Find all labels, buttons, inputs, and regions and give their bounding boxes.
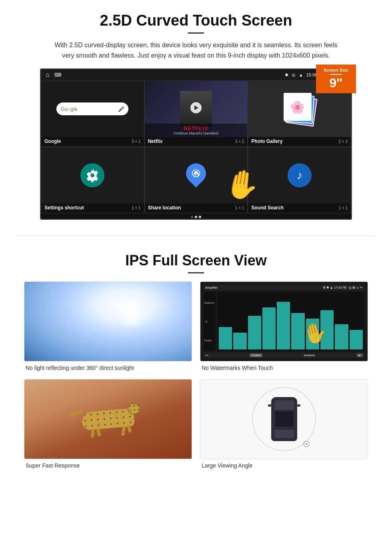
amp-title: Amplifier bbox=[205, 286, 218, 289]
netflix-cell-inner: NETFLIX Continue Marvel's Daredevil bbox=[145, 81, 248, 137]
photo-card-front: 🌸 bbox=[284, 93, 312, 121]
sound-label-name: Sound Search bbox=[251, 205, 284, 211]
sound-icon-circle: ♪ bbox=[288, 163, 312, 187]
car-image: ● bbox=[200, 379, 368, 459]
mirror-right bbox=[296, 404, 300, 407]
dot-1 bbox=[191, 216, 193, 218]
netflix-label-size: 3 × 2 bbox=[235, 139, 244, 144]
pagination-dots bbox=[41, 215, 351, 219]
section1-title: 2.5D Curved Touch Screen bbox=[24, 12, 368, 29]
car-roof bbox=[275, 411, 293, 427]
app-cell-settings[interactable]: Settings shortcut 1 × 1 bbox=[41, 147, 144, 213]
eq-bar-1 bbox=[219, 327, 232, 349]
settings-cell-bg bbox=[41, 147, 144, 203]
cheetah-image bbox=[24, 379, 192, 459]
gallery-label-name: Photo Gallery bbox=[251, 138, 282, 144]
feature-label-car: Large Viewing Angle bbox=[200, 462, 368, 469]
maps-label-row: Share location 1 × 1 bbox=[145, 203, 248, 213]
sound-label-size: 1 × 1 bbox=[338, 206, 348, 210]
google-label-name: Google bbox=[44, 138, 61, 144]
feature-item-sunlight: No light reflecting under 360° direct su… bbox=[24, 281, 192, 371]
amp-toggle[interactable]: ● bbox=[356, 353, 363, 357]
maps-g-overlay: G bbox=[188, 166, 204, 181]
cheetah-head bbox=[127, 403, 141, 415]
play-button[interactable] bbox=[190, 102, 202, 113]
eq-bar-5 bbox=[277, 302, 290, 349]
feature-img-cheetah bbox=[24, 379, 192, 459]
usb-icon: ⌨ bbox=[54, 72, 61, 78]
dot-2 bbox=[195, 216, 197, 218]
g-letter-6: e bbox=[74, 106, 77, 112]
settings-label-row: Settings shortcut 1 × 1 bbox=[41, 203, 144, 213]
amp-time: ⚙ ✱ ▲ 17:33 📷 ◁) ⊠ ▭ ↩ bbox=[323, 286, 363, 289]
amp-header: Amplifier ⚙ ✱ ▲ 17:33 📷 ◁) ⊠ ▭ ↩ bbox=[204, 285, 364, 290]
status-time: 15:06 bbox=[306, 72, 318, 77]
amp-sidebar: Balance ◁) Fader bbox=[204, 292, 216, 351]
amp-equalizer bbox=[217, 292, 364, 351]
sunlight-image bbox=[24, 282, 192, 361]
settings-icon-circle bbox=[80, 163, 104, 187]
status-bar: ⌂ ⌨ ✱ ◎ ▲ 15:06 ◫ ◁) ⊠ ▭ bbox=[41, 69, 351, 80]
status-left: ⌂ ⌨ bbox=[46, 71, 61, 78]
app-cell-sound[interactable]: ♪ Sound Search 1 × 1 bbox=[248, 147, 351, 213]
settings-label-size: 1 × 1 bbox=[132, 206, 141, 210]
google-search-bar[interactable]: Google 🎤 bbox=[56, 102, 128, 115]
feature-item-cheetah: Super Fast Response bbox=[24, 379, 192, 469]
feature-label-sunlight: No light reflecting under 360° direct su… bbox=[24, 365, 192, 371]
car-circle: ● bbox=[252, 387, 316, 451]
netflix-overlay: NETFLIX Continue Marvel's Daredevil bbox=[145, 124, 248, 137]
maps-icon: G bbox=[186, 163, 206, 187]
settings-label-name: Settings shortcut bbox=[44, 205, 84, 211]
phone-screen: ⌂ ⌨ ✱ ◎ ▲ 15:06 ◫ ◁) ⊠ ▭ bbox=[40, 68, 352, 220]
amp-footer: << Custom loudness ● bbox=[204, 353, 364, 358]
amp-custom-btn[interactable]: Custom bbox=[250, 353, 262, 357]
dot-3 bbox=[199, 216, 201, 218]
app-cell-google[interactable]: Google 🎤 Google 3 × 1 bbox=[41, 80, 144, 147]
feature-grid: No light reflecting under 360° direct su… bbox=[24, 281, 368, 469]
ips-title-underline bbox=[188, 272, 204, 273]
amp-body: Balance ◁) Fader bbox=[204, 292, 364, 351]
badge-line bbox=[330, 74, 342, 75]
sun-glare bbox=[116, 298, 148, 330]
amp-nav-left: << bbox=[205, 354, 208, 357]
sound-cell-bg: ♪ bbox=[248, 147, 351, 203]
eq-bar-10 bbox=[350, 330, 363, 349]
google-logo: Google bbox=[60, 106, 77, 112]
google-mic-icon[interactable]: 🎤 bbox=[118, 106, 124, 112]
netflix-label-name: Netflix bbox=[148, 138, 163, 144]
section-curved-touch: 2.5D Curved Touch Screen With 2.5D curve… bbox=[0, 0, 392, 228]
feature-img-sunlight bbox=[24, 281, 192, 361]
google-label-row: Google 3 × 1 bbox=[41, 137, 144, 147]
sound-label-row: Sound Search 1 × 1 bbox=[248, 203, 351, 213]
car-windshield bbox=[274, 400, 294, 410]
play-triangle bbox=[194, 105, 198, 110]
feature-label-amplifier: No Watermarks When Touch bbox=[200, 365, 368, 371]
g-letter-3: o bbox=[68, 106, 70, 112]
google-cell-bg: Google 🎤 bbox=[41, 81, 144, 137]
flower-icon: 🌸 bbox=[290, 100, 305, 114]
gallery-label-row: Photo Gallery 2 × 2 bbox=[248, 137, 351, 147]
amp-loudness-label: loudness bbox=[304, 354, 315, 357]
car-indicator-circle: ● bbox=[303, 441, 310, 447]
gear-icon bbox=[86, 169, 99, 182]
app-cell-maps[interactable]: G 🤚 Share location 1 × 1 bbox=[144, 147, 248, 213]
bluetooth-icon: ✱ bbox=[285, 72, 288, 78]
screen-size-badge: Screen Size 9" bbox=[316, 64, 356, 93]
eq-bar-2 bbox=[233, 333, 246, 349]
maps-label-name: Share location bbox=[148, 205, 181, 211]
app-grid-bottom: Settings shortcut 1 × 1 bbox=[41, 147, 351, 213]
maps-cell-inner: G bbox=[145, 147, 248, 203]
amplifier-image: Amplifier ⚙ ✱ ▲ 17:33 📷 ◁) ⊠ ▭ ↩ Balance… bbox=[200, 282, 368, 361]
feature-item-amplifier: Amplifier ⚙ ✱ ▲ 17:33 📷 ◁) ⊠ ▭ ↩ Balance… bbox=[200, 281, 368, 371]
car-rear-window bbox=[274, 430, 294, 438]
home-icon[interactable]: ⌂ bbox=[46, 71, 50, 78]
sound-cell-inner: ♪ bbox=[248, 147, 351, 203]
section1-description: With 2.5D curved-display screen, this de… bbox=[52, 40, 340, 60]
google-label-size: 3 × 1 bbox=[132, 139, 141, 144]
cheetah-leg-1 bbox=[91, 429, 95, 438]
g-letter-1: G bbox=[60, 106, 64, 112]
car-body bbox=[271, 397, 297, 441]
app-cell-netflix[interactable]: NETFLIX Continue Marvel's Daredevil Netf… bbox=[144, 80, 248, 147]
cheetah-leg-2 bbox=[96, 428, 101, 436]
feature-label-cheetah: Super Fast Response bbox=[24, 462, 192, 469]
